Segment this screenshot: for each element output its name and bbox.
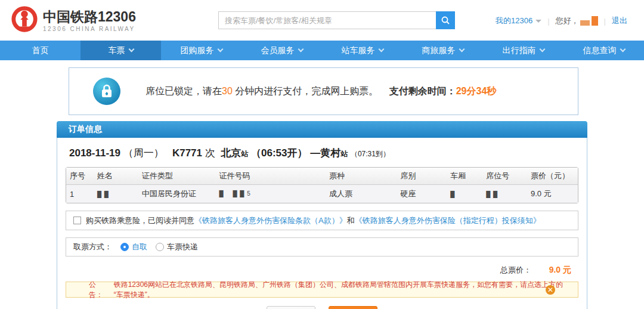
announcement-banner: 公告： 铁路12306网站已在北京铁路局、昆明铁路局、广州铁路（集团）公司、成都… — [66, 282, 578, 298]
username-redacted — [580, 16, 598, 26]
logo-subtitle: 12306 CHINA RAILWAY — [43, 26, 136, 32]
train-number: K7771 — [172, 147, 202, 159]
nav-item-travel-guide[interactable]: 出行指南 — [483, 41, 564, 60]
cell-id-number-redacted: █ █ █ 5 — [216, 185, 326, 203]
pickup-label: 取票方式： — [73, 242, 112, 252]
nav-item-tickets[interactable]: 车票 — [80, 41, 161, 60]
top-header: 中国铁路12306 12306 CHINA RAILWAY 我的12306 | … — [0, 0, 644, 41]
chevron-down-icon — [620, 47, 626, 52]
cell-seat-class: 硬座 — [397, 185, 447, 203]
total-price-row: 总票价： 9.0 元 — [66, 261, 578, 279]
nav-item-member-service[interactable]: 会员服务 — [242, 41, 322, 60]
search-bar — [218, 11, 455, 29]
total-price-label: 总票价： — [500, 265, 531, 274]
china-railway-logo-icon — [11, 6, 38, 35]
chevron-down-icon[interactable] — [535, 20, 541, 23]
cell-price: 9.0 元 — [527, 185, 578, 203]
chevron-down-icon — [128, 47, 134, 52]
passenger-table: 序号 姓名 证件类型 证件号码 票种 席别 车厢 席位号 票价（元） 1 █ █… — [66, 167, 578, 203]
cell-id-type: 中国居民身份证 — [138, 185, 216, 203]
countdown-label: 支付剩余时间： — [389, 86, 456, 96]
user-links: 我的12306 | 您好， | 退出 — [496, 16, 627, 26]
nav-item-business-service[interactable]: 商旅服务 — [402, 41, 483, 60]
cell-ticket-type: 成人票 — [326, 185, 397, 203]
radio-self-pickup-label[interactable]: 自取 — [132, 242, 147, 252]
insurance-row: 购买铁路乘意险，已阅读并同意 《铁路旅客人身意外伤害保险条款（A款）》 和 《铁… — [66, 211, 578, 230]
my-12306-link[interactable]: 我的12306 — [496, 16, 532, 26]
chevron-down-icon — [378, 47, 384, 52]
insurance-checkbox[interactable] — [73, 217, 81, 224]
countdown-value: 29分34秒 — [456, 86, 497, 96]
close-icon[interactable]: ✕ — [546, 285, 555, 295]
chevron-down-icon — [298, 47, 304, 52]
cell-name-redacted: █ █ — [94, 185, 138, 203]
payment-notice: 席位已锁定，请在30 分钟内进行支付，完成网上购票。 支付剩余时间：29分34秒 — [69, 67, 578, 115]
cell-seat-redacted: █ █ — [482, 185, 527, 203]
train-date: 2018-11-19 — [69, 147, 120, 159]
greeting-text: 您好， — [556, 16, 579, 26]
radio-ticket-express-label[interactable]: 车票快递 — [167, 242, 198, 252]
announcement-label: 公告： — [89, 280, 109, 300]
notice-text: 席位已锁定，请在30 分钟内进行支付，完成网上购票。 支付剩余时间：29分34秒 — [145, 85, 496, 98]
order-panel: 订单信息 2018-11-19 （周一） K7771 次 北京站 （06:53开… — [57, 121, 587, 309]
chevron-down-icon — [217, 47, 223, 52]
announcement-text: 铁路12306网站已在北京铁路局、昆明铁路局、广州铁路（集团）公司、成都铁路局管… — [114, 280, 572, 300]
passenger-row: 1 █ █ 中国居民身份证 █ █ █ 5 成人票 硬座 █ █ █ 9.0 元 — [66, 185, 578, 203]
radio-self-pickup[interactable] — [120, 243, 129, 251]
search-button[interactable] — [436, 11, 455, 29]
separator: | — [547, 17, 549, 26]
separator: | — [604, 17, 606, 26]
insurance-notice-link[interactable]: 《铁路旅客人身意外伤害保险（指定行程）投保须知》 — [355, 215, 541, 226]
cell-car-redacted: █ — [447, 185, 482, 203]
total-price-value: 9.0 元 — [549, 265, 571, 274]
nav-item-station-service[interactable]: 站车服务 — [322, 41, 402, 60]
cancel-order-button[interactable]: 取消订单 — [267, 306, 315, 309]
lock-minutes: 30 — [222, 86, 233, 96]
arrive-time: （07:31到） — [351, 150, 390, 158]
chevron-down-icon — [459, 47, 465, 52]
pickup-method-row: 取票方式： 自取 车票快递 — [66, 237, 578, 257]
main-nav: 首页 车票 团购服务 会员服务 站车服务 商旅服务 出行指南 信息查询 — [0, 41, 644, 60]
arrive-station: 黄村 — [320, 147, 340, 159]
nav-item-group-service[interactable]: 团购服务 — [161, 41, 242, 60]
train-info: 2018-11-19 （周一） K7771 次 北京站 （06:53开） —黄村… — [57, 138, 587, 166]
depart-time: （06:53开） — [251, 147, 307, 159]
train-weekday: （周一） — [123, 147, 164, 159]
logout-link[interactable]: 退出 — [612, 16, 627, 26]
nav-item-info-query[interactable]: 信息查询 — [564, 41, 644, 60]
logo-title: 中国铁路12306 — [43, 9, 136, 24]
lock-icon — [93, 78, 120, 105]
search-input[interactable] — [218, 11, 436, 29]
nav-item-home[interactable]: 首页 — [0, 41, 80, 60]
radio-ticket-express[interactable] — [156, 243, 164, 251]
depart-station: 北京 — [221, 147, 241, 159]
table-header-row: 序号 姓名 证件类型 证件号码 票种 席别 车厢 席位号 票价（元） — [66, 168, 578, 185]
chevron-down-icon — [539, 47, 545, 52]
panel-title: 订单信息 — [69, 124, 102, 135]
cell-seq: 1 — [66, 185, 94, 203]
search-icon — [441, 16, 450, 25]
insurance-terms-link[interactable]: 《铁路旅客人身意外伤害保险条款（A款）》 — [194, 215, 347, 226]
order-panel-header: 订单信息 — [57, 121, 587, 138]
logo[interactable]: 中国铁路12306 12306 CHINA RAILWAY — [11, 6, 136, 35]
online-pay-button[interactable]: 网上支付 — [329, 306, 377, 309]
